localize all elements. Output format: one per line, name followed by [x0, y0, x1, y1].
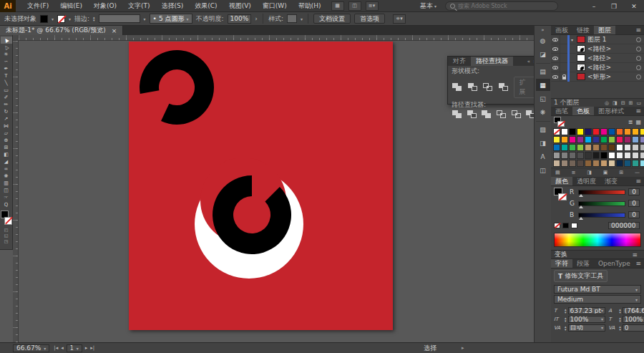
menu-item-1[interactable]: 编辑(E): [54, 0, 88, 12]
stepper-icon[interactable]: ▴▾: [619, 325, 621, 331]
menu-item-0[interactable]: 文件(F): [21, 0, 54, 12]
document-layout-icon[interactable]: ◫: [348, 1, 361, 11]
rectangle-tool[interactable]: ▭: [1, 87, 12, 94]
swatch[interactable]: [585, 128, 592, 135]
swatch[interactable]: [561, 152, 568, 159]
swatch[interactable]: [592, 152, 600, 159]
style-chevron-icon[interactable]: ▾: [301, 16, 303, 21]
column-graph-tool[interactable]: ▥: [1, 180, 12, 187]
exclude-button[interactable]: [499, 83, 510, 92]
minimize-button[interactable]: –: [584, 0, 604, 12]
magic-wand-tool[interactable]: ✳: [1, 51, 12, 58]
symbols-panel-icon[interactable]: ❋: [536, 106, 550, 118]
target-icon[interactable]: [636, 47, 641, 52]
color-spectrum-bar[interactable]: [554, 233, 641, 247]
layer-name[interactable]: <路径>: [587, 44, 611, 54]
leading-field[interactable]: A▴▾(764.68 pt▾: [608, 306, 644, 314]
tab-transparency[interactable]: 透明度: [572, 177, 600, 185]
selection-tool[interactable]: ▲: [1, 37, 12, 44]
shape-builder-tool[interactable]: ⊕: [1, 137, 12, 144]
swatch[interactable]: [624, 160, 631, 167]
align-panel-icon[interactable]: ▤: [536, 65, 550, 77]
target-icon[interactable]: [636, 37, 641, 42]
leading-field-value[interactable]: (764.68 pt▾: [623, 307, 644, 314]
horizontal-scale-field-value[interactable]: 100%▾: [623, 316, 644, 323]
document-tab[interactable]: 未标题-1* @ 66.67% (RGB/预览) ×: [0, 26, 123, 35]
swatch[interactable]: [569, 128, 576, 135]
visibility-cell[interactable]: [551, 35, 560, 44]
pen-tool[interactable]: ✒: [1, 65, 12, 72]
zoom-tool[interactable]: Q: [1, 201, 12, 208]
panel-menu-icon[interactable]: ≡: [635, 259, 644, 268]
swatch[interactable]: [640, 160, 644, 167]
type-tool[interactable]: T: [1, 72, 12, 79]
opacity-more-icon[interactable]: ›: [255, 15, 258, 22]
collapse-icon[interactable]: «: [527, 59, 530, 64]
visibility-cell[interactable]: [551, 54, 560, 63]
swatch[interactable]: [585, 160, 592, 167]
fill-stroke-proxy[interactable]: [1, 211, 12, 226]
swatch[interactable]: [632, 160, 639, 167]
tab-character[interactable]: 字符: [551, 259, 572, 268]
paintbrush-tool[interactable]: ✐: [1, 94, 12, 101]
swatch-options-icon[interactable]: ◨: [587, 170, 592, 175]
panel-menu-icon[interactable]: ≡: [635, 107, 644, 115]
white-swatch[interactable]: [571, 223, 577, 228]
tracking-field[interactable]: VA▴▾0▾: [608, 324, 644, 332]
swatch[interactable]: [569, 152, 576, 159]
menu-item-2[interactable]: 对象(O): [88, 0, 122, 12]
merge-button[interactable]: [482, 110, 492, 120]
swatch[interactable]: [616, 160, 623, 167]
horizontal-ruler[interactable]: [19, 35, 534, 41]
stock-search[interactable]: [445, 1, 558, 11]
preferences-button[interactable]: 首选项: [354, 14, 385, 24]
close-button[interactable]: ✕: [624, 0, 644, 12]
channel-slider[interactable]: [578, 190, 625, 195]
layer-thumbnail[interactable]: [577, 36, 585, 43]
swatch[interactable]: [592, 160, 600, 167]
vertical-scale-field-value[interactable]: 100%▾: [568, 316, 606, 323]
layer-thumbnail[interactable]: [577, 73, 585, 80]
layer-name[interactable]: <路径>: [587, 54, 611, 63]
swatch[interactable]: [553, 160, 560, 167]
target-icon[interactable]: [636, 74, 641, 79]
none-swatch[interactable]: [554, 223, 560, 228]
swatch[interactable]: [632, 144, 639, 151]
swatch[interactable]: [585, 152, 592, 159]
width-profile-chevron-icon[interactable]: ▾: [144, 16, 146, 21]
layer-name[interactable]: <路径>: [587, 63, 611, 72]
swatch[interactable]: [592, 128, 600, 135]
tab-brushes[interactable]: 画笔: [551, 107, 572, 115]
drawing-mode-2[interactable]: ◳: [1, 238, 12, 243]
eyedropper-tool[interactable]: ◢: [1, 158, 12, 165]
tab-paragraph[interactable]: 段落: [572, 259, 594, 268]
swatch[interactable]: [616, 152, 623, 159]
hex-value-field[interactable]: 000000: [608, 222, 640, 229]
list-view-icon[interactable]: ≣: [628, 119, 633, 125]
swatch[interactable]: [561, 160, 568, 167]
delete-layer-icon[interactable]: ▭: [636, 100, 641, 106]
swatch[interactable]: [553, 128, 560, 135]
channel-value[interactable]: 0: [628, 211, 640, 218]
swatch-kinds-icon[interactable]: ≡: [572, 170, 576, 175]
fill-stroke-proxy[interactable]: [554, 117, 565, 127]
swatch[interactable]: [624, 144, 631, 151]
expand-arrow[interactable]: ▾: [571, 37, 577, 42]
tab-pathfinder[interactable]: 路径查找器: [471, 57, 513, 66]
tab-close-icon[interactable]: ×: [112, 27, 117, 34]
panel-menu-icon[interactable]: ≡: [635, 26, 644, 34]
swatch[interactable]: [600, 136, 608, 143]
swatch[interactable]: [577, 128, 584, 135]
swatch[interactable]: [616, 144, 623, 151]
swatch[interactable]: [577, 160, 584, 167]
trim-button[interactable]: [467, 110, 478, 120]
vertical-ruler[interactable]: [13, 41, 19, 342]
lasso-tool[interactable]: ∽: [1, 58, 12, 65]
swatch[interactable]: [569, 144, 576, 151]
zoom-level-dropdown[interactable]: 66.67% ▾: [13, 344, 49, 352]
touch-type-tool-button[interactable]: T 修饰文字工具: [554, 270, 608, 282]
pencil-tool[interactable]: ✏: [1, 101, 12, 108]
swatch[interactable]: [632, 128, 639, 135]
swatch[interactable]: [608, 128, 615, 135]
direct-selection-tool[interactable]: △: [1, 44, 12, 51]
